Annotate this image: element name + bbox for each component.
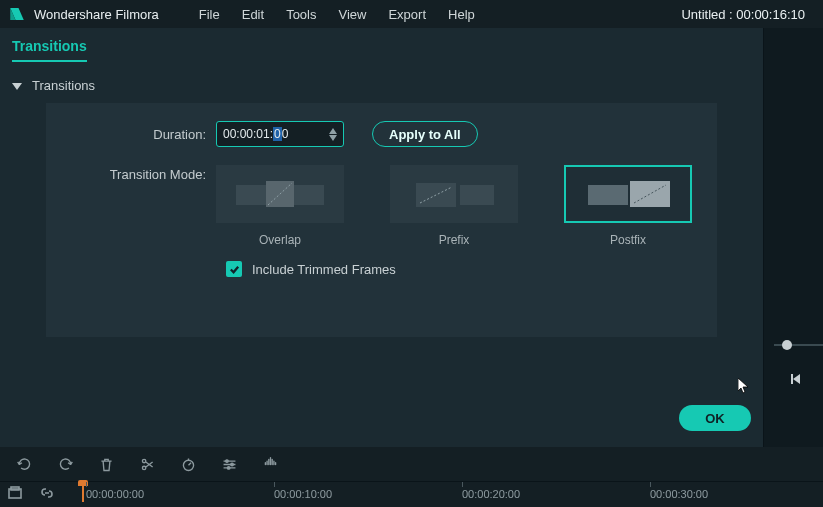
svg-point-20 [226, 459, 229, 462]
audio-icon[interactable] [262, 456, 279, 473]
mode-postfix[interactable]: Postfix [564, 165, 692, 247]
menu-export[interactable]: Export [388, 7, 426, 22]
mode-overlap-thumb [216, 165, 344, 223]
mode-prefix[interactable]: Prefix [390, 165, 518, 247]
svg-point-19 [183, 460, 193, 470]
split-icon[interactable] [139, 456, 156, 473]
ok-button[interactable]: OK [679, 405, 751, 431]
menu-tools[interactable]: Tools [286, 7, 316, 22]
preview-zoom-slider[interactable] [774, 338, 823, 352]
mode-postfix-label: Postfix [610, 233, 646, 247]
checkmark-icon [229, 264, 240, 275]
menu-items: File Edit Tools View Export Help [199, 7, 475, 22]
mode-overlap[interactable]: Overlap [216, 165, 344, 247]
svg-rect-16 [791, 374, 793, 384]
media-bin-icon[interactable] [8, 486, 22, 500]
menu-help[interactable]: Help [448, 7, 475, 22]
playhead[interactable] [82, 482, 84, 502]
include-trimmed-label: Include Trimmed Frames [252, 262, 396, 277]
mode-options: Overlap Prefix [216, 161, 692, 247]
duration-spinner[interactable] [329, 123, 341, 145]
svg-point-18 [142, 466, 145, 469]
app-logo-icon [8, 5, 26, 23]
menu-edit[interactable]: Edit [242, 7, 264, 22]
apply-to-all-button[interactable]: Apply to All [372, 121, 478, 147]
svg-rect-10 [460, 185, 494, 205]
section-header[interactable]: Transitions [0, 62, 763, 103]
mode-prefix-thumb [390, 165, 518, 223]
preview-column [763, 28, 823, 447]
timeline-toolbar [0, 447, 823, 481]
tick-0: 00:00:00:00 [86, 488, 144, 500]
disclosure-triangle-icon [12, 81, 22, 91]
tab-transitions[interactable]: Transitions [12, 38, 87, 62]
tick-2: 00:00:20:00 [462, 488, 520, 500]
svg-point-22 [227, 466, 230, 469]
include-trimmed-checkbox[interactable] [226, 261, 242, 277]
duration-input[interactable]: 00:00:01:00 [216, 121, 344, 147]
svg-point-17 [142, 459, 145, 462]
redo-icon[interactable] [57, 456, 74, 473]
timeline-ruler[interactable]: 00:00:00:00 00:00:10:00 00:00:20:00 00:0… [0, 481, 823, 507]
delete-icon[interactable] [98, 456, 115, 473]
mode-overlap-label: Overlap [259, 233, 301, 247]
spinner-up-icon[interactable] [329, 128, 337, 134]
include-trimmed-row[interactable]: Include Trimmed Frames [66, 261, 697, 277]
svg-rect-12 [588, 185, 628, 205]
mode-postfix-thumb [564, 165, 692, 223]
svg-point-21 [231, 463, 234, 466]
main-panel: Transitions Transitions Duration: 00:00:… [0, 28, 763, 447]
timeline-area: 00:00:00:00 00:00:10:00 00:00:20:00 00:0… [0, 447, 823, 507]
speed-icon[interactable] [180, 456, 197, 473]
svg-marker-2 [12, 83, 22, 90]
svg-marker-15 [793, 374, 800, 384]
svg-marker-4 [329, 135, 337, 141]
svg-rect-13 [630, 181, 670, 207]
section-title: Transitions [32, 78, 95, 93]
menu-file[interactable]: File [199, 7, 220, 22]
filters-icon[interactable] [221, 456, 238, 473]
tick-3: 00:00:30:00 [650, 488, 708, 500]
svg-marker-3 [329, 128, 337, 134]
undo-icon[interactable] [16, 456, 33, 473]
spinner-down-icon[interactable] [329, 135, 337, 141]
menu-bar: Wondershare Filmora File Edit Tools View… [0, 0, 823, 28]
mode-prefix-label: Prefix [439, 233, 470, 247]
transitions-panel: Duration: 00:00:01:00 Apply to All Trans… [46, 103, 717, 337]
mode-label: Transition Mode: [66, 161, 216, 182]
document-title: Untitled : 00:00:16:10 [681, 7, 815, 22]
link-icon[interactable] [40, 486, 54, 500]
app-name: Wondershare Filmora [34, 7, 159, 22]
menu-view[interactable]: View [338, 7, 366, 22]
tick-1: 00:00:10:00 [274, 488, 332, 500]
duration-label: Duration: [66, 121, 216, 142]
tab-row: Transitions [0, 28, 763, 62]
step-back-icon [789, 372, 803, 386]
step-back-button[interactable] [786, 369, 806, 389]
